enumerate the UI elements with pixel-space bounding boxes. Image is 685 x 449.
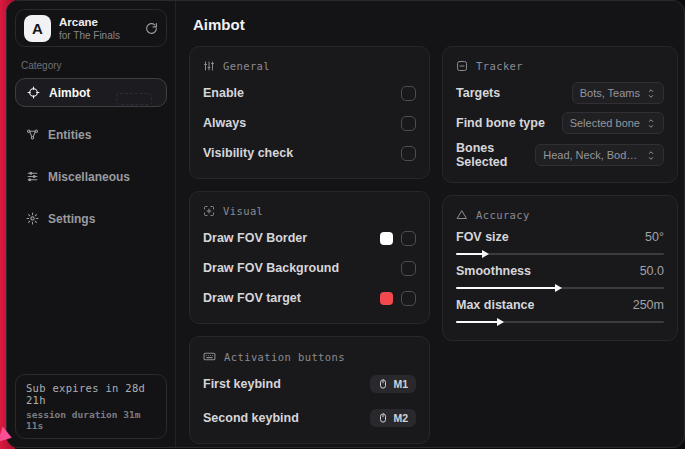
sidebar: A Arcane for The Finals Category Aimbot bbox=[7, 1, 176, 447]
sidebar-item-aimbot[interactable]: Aimbot bbox=[15, 78, 167, 107]
triangle-icon bbox=[456, 209, 468, 221]
setting-label: Targets bbox=[456, 86, 500, 100]
fov-size-value: 50° bbox=[645, 230, 664, 244]
max-distance-group: Max distance 250m bbox=[456, 298, 664, 323]
category-label: Category bbox=[21, 60, 163, 71]
gear-icon bbox=[25, 212, 39, 225]
fov-border-color-swatch[interactable] bbox=[380, 232, 393, 245]
fov-target-color-swatch[interactable] bbox=[380, 292, 393, 305]
max-distance-slider[interactable] bbox=[456, 321, 664, 323]
setting-label: Max distance bbox=[456, 298, 535, 312]
select-value: Bots, Teams bbox=[580, 87, 640, 99]
setting-row: Find bone type Selected bone bbox=[456, 111, 664, 135]
setting-row: First keybind M1 bbox=[203, 372, 416, 396]
slider-thumb[interactable] bbox=[555, 284, 562, 292]
sidebar-item-label: Settings bbox=[48, 212, 95, 226]
page-title: Aimbot bbox=[193, 16, 678, 33]
enable-checkbox[interactable] bbox=[401, 86, 416, 101]
sidebar-item-label: Entities bbox=[48, 128, 91, 142]
main-content: Aimbot General Enable bbox=[176, 1, 685, 447]
session-duration-text: session duration 31m 11s bbox=[26, 409, 156, 431]
setting-row: Enable bbox=[203, 81, 416, 105]
nav-list: Aimbot Entities bbox=[15, 78, 167, 233]
draw-fov-border-checkbox[interactable] bbox=[401, 231, 416, 246]
card-general: General Enable Always Visibility check bbox=[189, 46, 430, 179]
keybind-value: M2 bbox=[393, 412, 408, 424]
sub-expiry-text: Sub expires in 28d 21h bbox=[26, 382, 156, 406]
select-value: Selected bone bbox=[570, 117, 640, 129]
sidebar-item-label: Miscellaneous bbox=[48, 170, 130, 184]
brand-logo: A bbox=[24, 15, 51, 42]
sidebar-item-miscellaneous[interactable]: Miscellaneous bbox=[15, 162, 167, 191]
unfold-icon bbox=[646, 88, 656, 99]
crosshair-icon bbox=[26, 86, 40, 99]
second-keybind-button[interactable]: M2 bbox=[370, 409, 416, 427]
smoothness-slider[interactable] bbox=[456, 287, 664, 289]
sidebar-item-entities[interactable]: Entities bbox=[15, 120, 167, 149]
setting-label: First keybind bbox=[203, 377, 281, 391]
card-title: Tracker bbox=[476, 60, 523, 72]
setting-row: Bones Selected Head, Neck, Body, Pe... bbox=[456, 141, 664, 169]
setting-row: Draw FOV target bbox=[203, 286, 416, 310]
always-checkbox[interactable] bbox=[401, 116, 416, 131]
draw-fov-background-checkbox[interactable] bbox=[401, 261, 416, 276]
entities-icon bbox=[25, 128, 39, 141]
slider-thumb[interactable] bbox=[482, 250, 489, 258]
scan-eye-icon bbox=[203, 205, 215, 217]
card-title: Activation buttons bbox=[224, 351, 345, 363]
brand-box: A Arcane for The Finals bbox=[15, 9, 167, 47]
sliders-icon bbox=[25, 170, 39, 183]
keyboard-icon bbox=[203, 350, 216, 363]
brand-name: Arcane bbox=[59, 15, 120, 29]
keybind-ghost bbox=[116, 93, 152, 105]
setting-label: Draw FOV Border bbox=[203, 231, 307, 245]
card-title: General bbox=[223, 60, 270, 72]
card-title: Accuracy bbox=[476, 209, 530, 221]
refresh-icon[interactable] bbox=[145, 22, 158, 35]
card-activation: Activation buttons First keybind M1 bbox=[189, 336, 430, 444]
card-tracker: Tracker Targets Bots, Teams bbox=[442, 46, 678, 183]
setting-label: Second keybind bbox=[203, 411, 299, 425]
card-title: Visual bbox=[223, 205, 263, 217]
visibility-check-checkbox[interactable] bbox=[401, 146, 416, 161]
smoothness-value: 50.0 bbox=[640, 264, 664, 278]
keybind-value: M1 bbox=[393, 378, 408, 390]
unfold-icon bbox=[646, 150, 656, 161]
setting-label: Smoothness bbox=[456, 264, 531, 278]
card-visual: Visual Draw FOV Border Draw FOV Backgrou… bbox=[189, 191, 430, 324]
setting-row: Draw FOV Background bbox=[203, 256, 416, 280]
targets-select[interactable]: Bots, Teams bbox=[572, 82, 664, 104]
box-minus-icon bbox=[456, 60, 468, 72]
setting-label: Always bbox=[203, 116, 246, 130]
setting-label: Visibility check bbox=[203, 146, 293, 160]
bones-selected-select[interactable]: Head, Neck, Body, Pe... bbox=[535, 144, 664, 166]
card-accuracy: Accuracy FOV size 50° bbox=[442, 195, 678, 341]
setting-label: Draw FOV target bbox=[203, 291, 301, 305]
slider-thumb[interactable] bbox=[497, 318, 504, 326]
smoothness-group: Smoothness 50.0 bbox=[456, 264, 664, 289]
brand-subtitle: for The Finals bbox=[59, 30, 120, 41]
sidebar-item-label: Aimbot bbox=[49, 86, 90, 100]
setting-label: Draw FOV Background bbox=[203, 261, 339, 275]
setting-row: Second keybind M2 bbox=[203, 406, 416, 430]
setting-row: Draw FOV Border bbox=[203, 226, 416, 250]
fov-size-slider[interactable] bbox=[456, 253, 664, 255]
setting-label: FOV size bbox=[456, 230, 509, 244]
setting-label: Bones Selected bbox=[456, 141, 535, 169]
setting-row: Always bbox=[203, 111, 416, 135]
first-keybind-button[interactable]: M1 bbox=[370, 375, 416, 393]
sidebar-item-settings[interactable]: Settings bbox=[15, 204, 167, 233]
unfold-icon bbox=[646, 118, 656, 129]
draw-fov-target-checkbox[interactable] bbox=[401, 291, 416, 306]
subscription-box: Sub expires in 28d 21h session duration … bbox=[15, 374, 167, 439]
setting-label: Find bone type bbox=[456, 116, 545, 130]
setting-row: Visibility check bbox=[203, 141, 416, 165]
mouse-icon bbox=[378, 378, 388, 390]
mouse-icon bbox=[378, 412, 388, 424]
setting-row: Targets Bots, Teams bbox=[456, 81, 664, 105]
max-distance-value: 250m bbox=[633, 298, 664, 312]
select-value: Head, Neck, Body, Pe... bbox=[543, 149, 640, 161]
fov-size-group: FOV size 50° bbox=[456, 230, 664, 255]
find-bone-type-select[interactable]: Selected bone bbox=[562, 112, 664, 134]
adjust-icon bbox=[203, 60, 215, 72]
